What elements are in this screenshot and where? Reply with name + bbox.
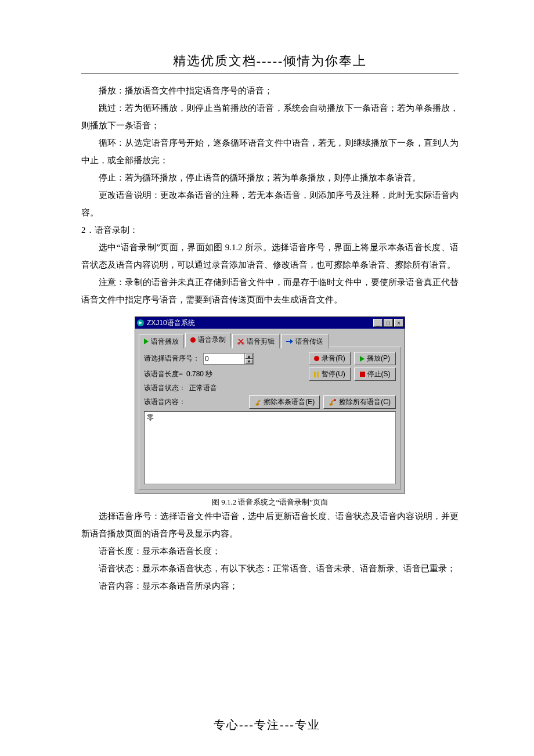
para-record-note: 注意：录制的语音并未真正存储到语音文件中，而是存于临时文件中，要使所录语音真正代… bbox=[81, 273, 459, 308]
erase-icon bbox=[254, 399, 261, 406]
para-content: 语音内容：显示本条语音所录内容； bbox=[81, 577, 459, 595]
spinner-up[interactable]: ▲ bbox=[245, 354, 253, 359]
pause-icon bbox=[314, 372, 319, 377]
play-icon bbox=[360, 356, 365, 362]
tab-play[interactable]: 语音播放 bbox=[139, 334, 184, 348]
seq-spinner[interactable]: ▲ ▼ bbox=[203, 353, 254, 365]
para-record-1: 选中“语音录制”页面，界面如图 9.1.2 所示。选择语音序号，界面上将显示本条… bbox=[81, 239, 459, 273]
content-textarea[interactable]: 零 bbox=[144, 411, 396, 484]
para-status: 语音状态：显示本条语音状态，有以下状态：正常语音、语音未录、语音新录、语音已重录… bbox=[81, 560, 459, 577]
app-window: ZXJ10语音系统 _ □ × 语音播放 语音录制 语音剪 bbox=[135, 316, 405, 494]
tab-send-label: 语音传送 bbox=[295, 337, 323, 347]
minimize-button[interactable]: _ bbox=[373, 319, 383, 327]
para-select-seq: 选择语音序号：选择语音文件中语音，选中后更新语音长度、语音状态及语音内容说明，并… bbox=[81, 507, 459, 542]
tab-cut-label: 语音剪辑 bbox=[247, 337, 275, 347]
page-header: 精选优质文档-----倾情为你奉上 bbox=[81, 52, 459, 74]
record-button[interactable]: 录音(R) bbox=[309, 352, 351, 365]
erase-all-button[interactable]: 擦除所有语音(C) bbox=[323, 395, 396, 409]
erase-all-label: 擦除所有语音(C) bbox=[339, 397, 391, 407]
tab-play-label: 语音播放 bbox=[151, 337, 179, 347]
stop-icon bbox=[360, 372, 365, 377]
para-skip: 跳过：若为循环播放，则停止当前播放的语音，系统会自动播放下一条语音；若为单条播放… bbox=[81, 99, 459, 134]
record-icon bbox=[314, 356, 319, 361]
length-label: 该语音长度= bbox=[144, 369, 183, 379]
pause-button-label: 暂停(U) bbox=[322, 369, 345, 379]
record-icon bbox=[190, 337, 196, 343]
erase-all-icon bbox=[329, 399, 337, 406]
erase-one-label: 擦除本条语音(E) bbox=[264, 397, 315, 407]
status-value: 正常语音 bbox=[189, 383, 217, 393]
close-button[interactable]: × bbox=[394, 319, 403, 327]
spinner-down[interactable]: ▼ bbox=[245, 359, 253, 364]
arrow-right-icon bbox=[286, 339, 293, 344]
app-icon bbox=[136, 319, 145, 327]
scissors-icon bbox=[237, 338, 244, 345]
window-title: ZXJ10语音系统 bbox=[147, 318, 372, 328]
para-play: 播放：播放语音文件中指定语音序号的语音； bbox=[81, 82, 459, 99]
erase-one-button[interactable]: 擦除本条语音(E) bbox=[249, 395, 320, 409]
tab-send[interactable]: 语音传送 bbox=[281, 334, 329, 348]
seq-input[interactable] bbox=[204, 354, 244, 364]
stop-button[interactable]: 停止(S) bbox=[354, 368, 396, 381]
para-loop: 循环：从选定语音序号开始，逐条循环语音文件中语音，若无，则继续播放下一条，直到人… bbox=[81, 134, 459, 169]
select-seq-label: 请选择语音序号： bbox=[144, 354, 200, 363]
play-icon bbox=[144, 339, 149, 344]
maximize-button[interactable]: □ bbox=[384, 319, 393, 327]
play-button-label: 播放(P) bbox=[367, 354, 390, 363]
figure-caption: 图 9.1.2 语音系统之“语音录制”页面 bbox=[81, 497, 459, 507]
tab-cut[interactable]: 语音剪辑 bbox=[232, 334, 280, 348]
length-value: 0.780 秒 bbox=[186, 369, 212, 379]
play-button[interactable]: 播放(P) bbox=[354, 352, 396, 365]
content-label: 该语音内容： bbox=[144, 397, 186, 407]
stop-button-label: 停止(S) bbox=[367, 369, 391, 379]
tab-record-label: 语音录制 bbox=[198, 335, 226, 345]
para-stop: 停止：若为循环播放，停止语音的循环播放；若为单条播放，则停止播放本条语音。 bbox=[81, 169, 459, 186]
status-label: 该语音状态： bbox=[144, 383, 186, 393]
page-footer: 专心---专注---专业 bbox=[0, 717, 534, 733]
record-panel: 请选择语音序号： ▲ ▼ 录音(R) bbox=[139, 347, 401, 489]
tab-bar: 语音播放 语音录制 语音剪辑 语音传送 bbox=[135, 329, 405, 347]
section-2-title: 2．语音录制： bbox=[81, 221, 459, 239]
para-length: 语音长度：显示本条语音长度； bbox=[81, 542, 459, 560]
tab-record[interactable]: 语音录制 bbox=[185, 333, 231, 347]
titlebar: ZXJ10语音系统 _ □ × bbox=[135, 317, 405, 329]
para-edit-desc: 更改语音说明：更改本条语音的注释，若无本条语音，则添加序号及注释，此时无实际语音… bbox=[81, 186, 459, 221]
record-button-label: 录音(R) bbox=[322, 354, 345, 363]
pause-button[interactable]: 暂停(U) bbox=[309, 368, 351, 381]
